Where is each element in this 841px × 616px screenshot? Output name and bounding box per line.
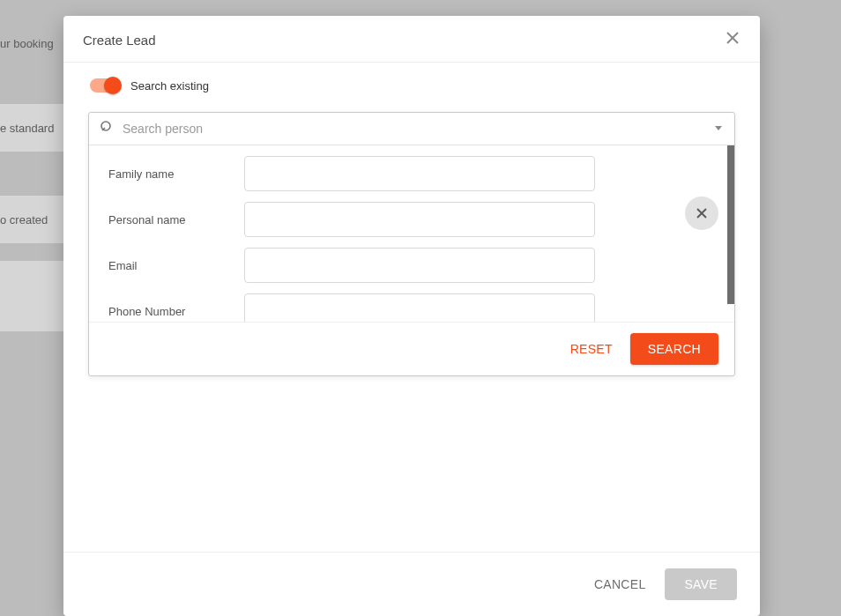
modal-title: Create Lead xyxy=(83,33,156,48)
email-row: Email xyxy=(108,248,715,283)
save-button[interactable]: SAVE xyxy=(665,568,737,600)
search-button[interactable]: SEARCH xyxy=(630,333,718,365)
family-name-row: Family name xyxy=(108,156,715,191)
modal-body: Search existing Family nam xyxy=(63,63,760,552)
email-label: Email xyxy=(108,259,223,272)
phone-row: Phone Number xyxy=(108,293,715,322)
clear-person-icon[interactable] xyxy=(685,197,718,230)
phone-input[interactable] xyxy=(244,293,595,322)
phone-label: Phone Number xyxy=(108,305,223,318)
search-icon xyxy=(100,120,114,137)
search-existing-toggle-row: Search existing xyxy=(88,78,735,93)
background-text: ur booking xyxy=(0,37,54,50)
cancel-button[interactable]: CANCEL xyxy=(594,577,646,591)
toggle-knob xyxy=(104,77,122,94)
close-icon[interactable] xyxy=(725,30,741,49)
background-strip-2: o created xyxy=(0,196,63,243)
bg-strip-text-2: o created xyxy=(0,213,48,226)
personal-name-row: Personal name xyxy=(108,202,715,237)
personal-name-input[interactable] xyxy=(244,202,595,237)
fields-wrap: Family name Personal name Email Phone Nu… xyxy=(89,145,734,322)
search-person-input[interactable] xyxy=(123,122,704,136)
modal-footer: CANCEL SAVE xyxy=(63,552,760,616)
personal-name-label: Personal name xyxy=(108,213,223,226)
family-name-input[interactable] xyxy=(244,156,595,191)
fields-scroll: Family name Personal name Email Phone Nu… xyxy=(89,145,734,322)
create-lead-modal: Create Lead Search existing xyxy=(63,16,760,616)
background-strip-1: e standard xyxy=(0,104,63,152)
family-name-label: Family name xyxy=(108,167,223,181)
bg-strip-text-1: e standard xyxy=(0,122,54,135)
search-panel: Family name Personal name Email Phone Nu… xyxy=(88,112,735,376)
chevron-down-icon[interactable] xyxy=(713,121,724,137)
search-existing-toggle[interactable] xyxy=(90,78,120,93)
modal-header: Create Lead xyxy=(63,16,760,63)
svg-marker-4 xyxy=(715,126,722,130)
search-top-row xyxy=(89,113,734,145)
search-actions: RESET SEARCH xyxy=(89,322,734,375)
email-input[interactable] xyxy=(244,248,595,283)
reset-button[interactable]: RESET xyxy=(570,342,613,356)
background-strip-3 xyxy=(0,261,63,331)
toggle-label: Search existing xyxy=(130,79,209,93)
